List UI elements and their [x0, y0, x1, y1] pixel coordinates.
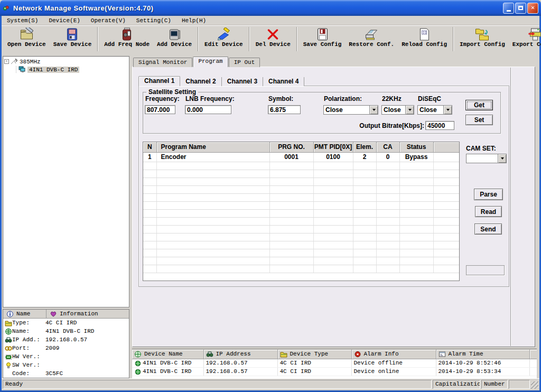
toolbar-separator [296, 27, 297, 51]
cam-set-select[interactable] [466, 154, 507, 163]
lnb-frequency-input[interactable] [185, 105, 231, 114]
dropdown-arrow-icon[interactable] [405, 106, 414, 114]
add-device-button[interactable]: Add Device [153, 26, 195, 53]
tree-node-device[interactable]: 4IN1 DVB-C IRD [16, 66, 128, 73]
diseqc-select[interactable]: Close [417, 105, 452, 115]
maximize-button[interactable] [515, 3, 526, 14]
info-label: Type: [12, 320, 44, 326]
symbol-input[interactable] [268, 105, 301, 114]
program-table-empty-row [143, 209, 459, 217]
col-pmt-pid: PMT PID[0X] [313, 142, 353, 152]
col-elem: Elem. [353, 142, 376, 152]
menu-system[interactable]: System(S) [2, 17, 43, 24]
save-device-button[interactable]: Save Device [50, 26, 96, 53]
tab-program[interactable]: Program [193, 57, 228, 67]
binoculars-icon [3, 337, 12, 343]
dropdown-arrow-icon[interactable] [443, 106, 452, 114]
info-row-code: Code: 3C5FC [3, 369, 129, 378]
import-config-button[interactable]: Import Config [456, 26, 509, 53]
toolbar-label: Edit Device [204, 41, 243, 48]
menu-operate[interactable]: Operate(V) [86, 17, 131, 24]
del-device-icon [266, 27, 281, 41]
info-value: 192.168.0.57 [45, 337, 87, 343]
restore-conf-icon [364, 27, 379, 41]
tab-signal-monitor[interactable]: Signal Monitor [133, 58, 192, 67]
toolbar-separator [198, 27, 199, 51]
tab-channel-2[interactable]: Channel 2 [180, 77, 221, 86]
port-icon [3, 345, 12, 352]
toolbar-label: Add Device [157, 41, 192, 48]
cell-pmt-pid: 0100 [313, 152, 353, 162]
program-table-empty-row [143, 201, 459, 209]
tab-channel-3[interactable]: Channel 3 [222, 77, 263, 86]
program-row[interactable]: 1 Encoder 0001 0100 2 0 Bypass [143, 152, 459, 162]
program-table-empty-row [143, 225, 459, 233]
menu-setting[interactable]: Setting(C) [131, 17, 176, 24]
close-button[interactable]: ✕ [527, 3, 538, 14]
col-spacer [529, 350, 537, 359]
toolbar-label: Restore Conf. [349, 41, 394, 48]
device-globe-icon [134, 368, 142, 375]
cell-ip: 192.168.0.57 [203, 367, 277, 376]
cell-alarm-info: Device online [351, 367, 436, 376]
globe-icon [3, 328, 12, 335]
polarization-select[interactable]: Close [323, 105, 378, 115]
tab-ip-out[interactable]: IP Out [229, 58, 260, 67]
cell-ca: 0 [376, 152, 399, 162]
cell-program-name: Encoder [156, 152, 269, 162]
resize-grip[interactable] [531, 381, 538, 389]
frequency-input[interactable] [145, 105, 175, 114]
export-config-icon [528, 27, 541, 41]
parse-button[interactable]: Parse [474, 189, 503, 200]
info-header: Name Information [3, 310, 129, 319]
info-row-ip: IP Add.: 192.168.0.57 [3, 335, 129, 344]
edit-device-button[interactable]: Edit Device [201, 26, 247, 53]
add-freq-node-button[interactable]: Add Freq Node [100, 26, 153, 53]
device-tree: - 385MHz 4IN1 DVB-C IRD [3, 56, 129, 307]
import-config-icon [475, 27, 490, 41]
menu-device[interactable]: Device(E) [43, 17, 85, 24]
binoculars-icon [206, 351, 213, 358]
restore-conf-button[interactable]: Restore Conf. [345, 26, 398, 53]
cell-ip: 192.168.0.57 [203, 359, 277, 367]
info-icon [6, 311, 14, 318]
save-config-button[interactable]: Save Config [300, 26, 346, 53]
app-icon [3, 5, 10, 12]
open-device-button[interactable]: Open Device [4, 26, 50, 53]
save-config-icon [315, 27, 330, 41]
cell-type: 4C CI IRD [277, 359, 351, 367]
tree-node-freq[interactable]: - 385MHz [4, 58, 128, 65]
diseqc-value: Close [418, 106, 443, 114]
header-label: IP Address [216, 351, 251, 357]
22khz-select[interactable]: Close [381, 105, 414, 115]
tab-channel-4[interactable]: Channel 4 [263, 77, 304, 86]
program-table-header: N Program Name PRG NO. PMT PID[0X] Elem.… [143, 142, 459, 152]
tree-node-label: 385MHz [20, 59, 41, 65]
device-row-offline[interactable]: 4IN1 DVB-C IRD 192.168.0.57 4C CI IRD De… [132, 359, 537, 367]
menu-help[interactable]: Help(H) [176, 17, 211, 24]
reload-config-button[interactable]: Reload Config [398, 26, 451, 53]
get-button[interactable]: Get [465, 100, 493, 110]
col-alarm-time: Alarm Time [436, 350, 529, 359]
read-button[interactable]: Read [475, 206, 502, 217]
cell-prg-no: 0001 [269, 152, 313, 162]
tree-collapse-toggle[interactable]: - [4, 59, 9, 64]
output-bitrate-input[interactable] [425, 121, 454, 130]
minimize-button[interactable] [503, 3, 514, 14]
del-device-button[interactable]: Del Device [252, 26, 294, 53]
program-table-empty-row [143, 249, 459, 257]
cam-set-value [467, 154, 498, 163]
device-row-online[interactable]: 4IN1 DVB-C IRD 192.168.0.57 4C CI IRD De… [132, 367, 537, 376]
send-button[interactable]: Send [474, 223, 502, 235]
status-number: Number [481, 380, 508, 389]
program-table-empty-row [143, 193, 459, 201]
info-label: Code: [12, 370, 44, 377]
chip-icon [3, 353, 12, 360]
add-freq-node-icon [119, 27, 134, 41]
channel-tabstrip: Channel 1 Channel 2 Channel 3 Channel 4 [138, 76, 304, 86]
set-button[interactable]: Set [465, 115, 493, 125]
tab-channel-1[interactable]: Channel 1 [138, 76, 180, 86]
export-config-button[interactable]: Export Config [509, 26, 541, 53]
dropdown-arrow-icon[interactable] [498, 154, 506, 163]
dropdown-arrow-icon[interactable] [369, 106, 378, 114]
